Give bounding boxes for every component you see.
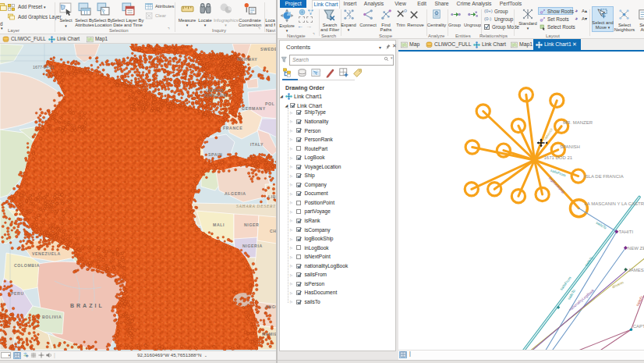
svg-text:KINGDOM: KINGDOM: [204, 93, 227, 98]
svg-text:FRANCE: FRANCE: [223, 126, 242, 130]
svg-text:POL: POL: [265, 101, 275, 106]
svg-text:ITALY: ITALY: [250, 142, 264, 147]
svg-text:COLOMBIA: COLOMBIA: [14, 263, 40, 268]
svg-text:1671 DOD 21: 1671 DOD 21: [544, 155, 573, 160]
svg-text:BOLIVIA: BOLIVIA: [42, 315, 62, 319]
svg-text:ALGERIA: ALGERIA: [225, 191, 246, 196]
svg-text:ISLA DE FRANCIA: ISLA DE FRANCIA: [584, 173, 624, 178]
svg-text:NAMIB: NAMIB: [262, 332, 277, 336]
svg-text:NIGER: NIGER: [244, 222, 259, 227]
svg-text:MALI: MALI: [213, 222, 225, 227]
svg-text:SWEDEN: SWEDEN: [260, 47, 277, 52]
svg-text:NIGERIA: NIGERIA: [242, 244, 263, 248]
svg-text:GERMANY: GERMANY: [242, 106, 266, 111]
svg-text:logBookShip: logBookShip: [548, 176, 566, 194]
svg-text:PERU: PERU: [11, 291, 24, 296]
svg-text:VENEZUELA: VENEZUELA: [32, 251, 61, 256]
svg-text:SPANISH: SPANISH: [560, 144, 580, 149]
svg-text:CAPTAI: CAPTAI: [633, 324, 644, 329]
svg-text:BRAZIL: BRAZIL: [70, 303, 104, 308]
svg-text:1677-04-21: 1677-04-21: [33, 65, 55, 69]
svg-text:JAMES C: JAMES C: [628, 267, 644, 272]
svg-text:TAHITI: TAHITI: [619, 230, 634, 234]
svg-text:SPAIN: SPAIN: [208, 152, 222, 157]
svg-text:NORWAY: NORWAY: [237, 57, 257, 62]
svg-text:sailsFr: sailsFr: [635, 294, 644, 306]
svg-text:ANGO: ANGO: [265, 304, 277, 309]
svg-text:MR. MANZER: MR. MANZER: [563, 119, 593, 124]
svg-text:LA MASCANIN Y LA CASTRIES: LA MASCANIN Y LA CASTRIES: [585, 201, 644, 205]
svg-text:NEW ZEAL: NEW ZEAL: [628, 245, 644, 250]
svg-text:SAHARA DESERT: SAHARA DESERT: [236, 204, 276, 208]
